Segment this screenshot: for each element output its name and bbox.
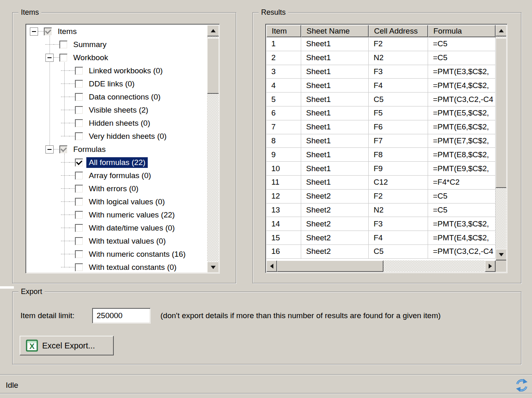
tree-item-label[interactable]: With numeric values (22) (86, 210, 177, 220)
tree-checkbox-unchecked[interactable] (75, 198, 83, 206)
tree-item[interactable]: Linked workbooks (0) (27, 64, 207, 77)
expander-minus-icon[interactable] (45, 54, 54, 62)
tree-item-label[interactable]: Linked workbooks (0) (86, 66, 165, 76)
table-row[interactable]: 16Sheet2C5=PMT(C3,C2,-C4 (266, 245, 496, 259)
tree-checkbox-unchecked[interactable] (75, 93, 83, 101)
tree-item[interactable]: With textual values (0) (27, 235, 207, 248)
tree-item-label[interactable]: Data connections (0) (86, 92, 163, 102)
tree-vertical-scrollbar[interactable] (207, 25, 219, 272)
tree-checkbox-unchecked[interactable] (75, 80, 83, 88)
scrollbar-thumb[interactable] (207, 38, 219, 94)
refresh-icon[interactable] (515, 378, 529, 392)
tree-item[interactable]: With numeric constants (16) (27, 248, 207, 261)
tree-item-label[interactable]: With date/time values (0) (86, 223, 177, 233)
expander-minus-icon[interactable] (45, 145, 54, 154)
tree-checkbox-unchecked[interactable] (75, 237, 83, 245)
tree-item-label[interactable]: With textual values (0) (86, 236, 168, 246)
tree-item-label[interactable]: Array formulas (0) (86, 170, 153, 181)
column-header-formula[interactable]: Formula (428, 25, 496, 37)
tree-checkbox-unchecked[interactable] (75, 263, 83, 271)
tree-item[interactable]: Workbook (27, 51, 207, 64)
scroll-left-button[interactable] (266, 260, 277, 272)
table-row[interactable]: 14Sheet2F3=PMT(E3,$C$2, (266, 217, 496, 231)
tree-item-label[interactable]: DDE links (0) (86, 79, 137, 89)
tree-checkbox-unchecked[interactable] (75, 172, 83, 180)
tree-item[interactable]: Items (27, 25, 207, 38)
tree-checkbox-unchecked[interactable] (75, 250, 83, 258)
tree-item[interactable]: All formulas (22) (27, 156, 207, 169)
tree-item-label[interactable]: Hidden sheets (0) (86, 118, 153, 129)
tree-checkbox-checked[interactable] (75, 158, 83, 167)
tree-item-label[interactable]: With numeric constants (16) (86, 249, 188, 260)
scroll-right-button[interactable] (485, 260, 496, 272)
tree-checkbox-unchecked[interactable] (59, 54, 68, 62)
results-horizontal-scrollbar[interactable] (266, 260, 496, 272)
scroll-down-button[interactable] (496, 249, 506, 260)
tree-checkbox-mixed[interactable] (59, 145, 68, 154)
tree-item-label[interactable]: Workbook (71, 52, 110, 63)
table-row[interactable]: 7Sheet1F6=PMT(E6,$C$2, (266, 120, 496, 134)
table-row[interactable]: 11Sheet1C12=F4*C2 (266, 176, 496, 190)
scrollbar-thumb[interactable] (277, 260, 383, 272)
tree-item[interactable]: Very hidden sheets (0) (27, 130, 207, 143)
tree-item[interactable]: Hidden sheets (0) (27, 117, 207, 130)
tree-item[interactable]: With numeric values (22) (27, 208, 207, 222)
tree-item-label[interactable]: With textual constants (0) (86, 262, 179, 272)
table-row[interactable]: 10Sheet1F9=PMT(E9,$C$2, (266, 162, 496, 176)
table-row[interactable]: 6Sheet1F5=PMT(E5,$C$2, (266, 106, 496, 120)
table-row[interactable]: 13Sheet2N2=C5 (266, 204, 496, 217)
tree-item-label[interactable]: Visible sheets (2) (86, 105, 151, 115)
tree-checkbox-unchecked[interactable] (75, 67, 83, 75)
column-header-cell-address[interactable]: Cell Address (369, 25, 428, 37)
excel-export-button[interactable]: X Excel Export... (20, 336, 114, 355)
table-row[interactable]: 3Sheet1F3=PMT(E3,$C$2, (266, 65, 496, 79)
scroll-up-button[interactable] (207, 25, 219, 36)
tree-checkbox-unchecked[interactable] (75, 224, 83, 232)
tree-item[interactable]: With logical values (0) (27, 195, 207, 208)
item-detail-limit-input[interactable] (92, 308, 151, 323)
column-header-sheet-name[interactable]: Sheet Name (301, 25, 369, 37)
tree-connector (45, 41, 54, 49)
excel-icon: X (26, 339, 38, 352)
tree-item-label[interactable]: Formulas (71, 144, 108, 155)
tree-checkbox-unchecked[interactable] (75, 211, 83, 219)
table-row[interactable]: 5Sheet1C5=PMT(C3,C2,-C4 (266, 93, 496, 106)
tree-item[interactable]: Formulas (27, 143, 207, 156)
table-row[interactable]: 2Sheet1N2=C5 (266, 51, 496, 65)
results-table[interactable]: Item Sheet Name Cell Address Formula 1Sh… (265, 24, 507, 273)
scrollbar-thumb[interactable] (496, 38, 506, 188)
table-row[interactable]: 15Sheet2F4=PMT(E4,$C$2, (266, 231, 496, 245)
table-row[interactable]: 12Sheet2F2=C5 (266, 190, 496, 204)
tree-checkbox-unchecked[interactable] (75, 185, 83, 193)
tree-item[interactable]: With textual constants (0) (27, 261, 207, 272)
tree-checkbox-unchecked[interactable] (75, 106, 83, 114)
splitter-handle[interactable] (0, 286, 14, 289)
scroll-down-button[interactable] (207, 262, 219, 272)
scroll-up-button[interactable] (496, 25, 506, 36)
tree-checkbox-unchecked[interactable] (75, 119, 83, 127)
tree-item-label[interactable]: Items (55, 26, 79, 37)
tree-item[interactable]: With errors (0) (27, 182, 207, 195)
tree-item-label[interactable]: With logical values (0) (86, 197, 167, 207)
results-vertical-scrollbar[interactable] (496, 25, 506, 260)
table-row[interactable]: 4Sheet1F4=PMT(E4,$C$2, (266, 79, 496, 93)
tree-item-label[interactable]: All formulas (22) (86, 157, 148, 168)
tree-checkbox-unchecked[interactable] (59, 41, 68, 49)
items-tree[interactable]: ItemsSummaryWorkbookLinked workbooks (0)… (25, 24, 220, 274)
tree-item[interactable]: With date/time values (0) (27, 222, 207, 235)
tree-item[interactable]: Array formulas (0) (27, 169, 207, 182)
tree-item[interactable]: Data connections (0) (27, 90, 207, 104)
tree-item-label[interactable]: Very hidden sheets (0) (86, 131, 169, 142)
tree-item[interactable]: Summary (27, 38, 207, 51)
tree-checkbox-unchecked[interactable] (75, 132, 83, 140)
column-header-item[interactable]: Item (266, 25, 301, 37)
tree-item-label[interactable]: Summary (71, 39, 109, 50)
table-row[interactable]: 1Sheet1F2=C5 (266, 37, 496, 51)
table-row[interactable]: 9Sheet1F8=PMT(E8,$C$2, (266, 148, 496, 162)
tree-item[interactable]: Visible sheets (2) (27, 104, 207, 117)
tree-checkbox-mixed[interactable] (44, 27, 52, 36)
tree-item-label[interactable]: With errors (0) (86, 183, 141, 194)
tree-item[interactable]: DDE links (0) (27, 77, 207, 90)
table-row[interactable]: 8Sheet1F7=PMT(E7,$C$2, (266, 134, 496, 148)
expander-minus-icon[interactable] (30, 27, 38, 36)
